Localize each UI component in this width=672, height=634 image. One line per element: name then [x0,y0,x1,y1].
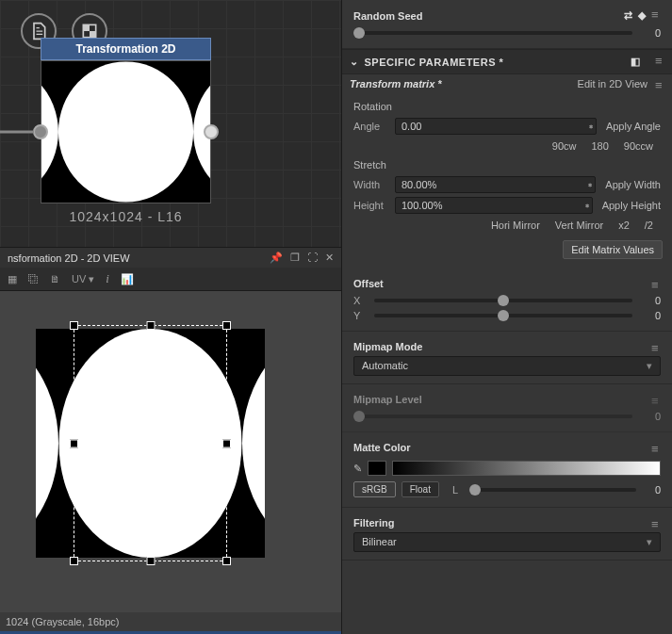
mipmap-level-value: 0 [642,411,661,422]
rotate-90ccw-button[interactable]: 90ccw [622,140,655,152]
apply-height-button[interactable]: Apply Height [600,200,663,211]
random-seed-slider[interactable] [353,31,632,35]
height-input[interactable]: 100.00% [395,197,593,214]
tool-checker-icon[interactable]: ▦ [8,273,17,285]
handle-tl[interactable] [70,321,78,330]
menu-icon[interactable] [651,396,661,403]
color-gradient[interactable] [392,461,661,476]
vert-mirror-button[interactable]: Vert Mirror [553,219,605,231]
view-toolbar: ▦ ⿻ 🗎 UV ▾ i 📊 [0,268,341,291]
mipmap-level-slider [353,415,632,418]
apply-angle-button[interactable]: Apply Angle [604,121,663,132]
offset-x-value: 0 [642,295,661,306]
edit-matrix-button[interactable]: Edit Matrix Values [563,240,663,259]
l-slider[interactable] [469,488,636,492]
node-info: 1024x1024 - L16 [41,203,211,230]
rotate-180-button[interactable]: 180 [589,140,610,152]
handle-tc[interactable] [146,321,155,330]
offset-x-slider[interactable] [374,299,632,302]
specific-params-header[interactable]: ⌄ SPECIFIC PARAMETERS * ◧ [342,49,672,74]
mipmap-mode-label: Mipmap Mode [353,341,422,352]
menu-icon[interactable] [651,343,661,350]
tool-copy-icon[interactable]: ⿻ [28,273,39,284]
filtering-label: Filtering [353,517,394,528]
hori-mirror-button[interactable]: Hori Mirror [489,219,542,231]
width-input[interactable]: 80.00% [395,176,596,193]
close-icon[interactable]: ✕ [325,252,334,264]
srgb-toggle[interactable]: sRGB [353,481,396,497]
matte-color-label: Matte Color [353,442,411,453]
offset-y-value: 0 [642,310,661,321]
l-label: L [452,484,464,496]
menu-icon[interactable] [655,56,664,63]
mipmap-mode-select[interactable]: Automatic [353,356,661,376]
eyedropper-icon[interactable]: ✎ [353,463,362,475]
properties-panel: Random Seed ⇄ ◆ 0 ⌄ SPECIFIC PARAMETERS … [341,0,672,634]
offset-y-label: Y [353,310,365,321]
maximize-icon[interactable]: ⛶ [307,252,318,264]
chevron-down-icon: ⌄ [350,56,359,68]
transform-matrix-label: Transform matrix * [350,78,442,89]
svg-rect-2 [90,31,96,38]
restore-icon[interactable]: ❐ [290,252,300,264]
rotation-label: Rotation [353,97,663,116]
l-value: 0 [642,484,661,496]
handle-center[interactable] [146,439,156,448]
view-header: nsformation 2D - 2D VIEW 📌 ❐ ⛶ ✕ [0,248,341,268]
random-seed-value: 0 [642,27,661,39]
uv-label[interactable]: UV ▾ [72,273,94,285]
tool-doc-icon[interactable]: 🗎 [50,273,60,284]
mipmap-level-label: Mipmap Level [353,394,422,405]
stretch-label: Stretch [353,155,663,174]
node-input-connector[interactable] [33,124,48,139]
node-output-connector[interactable] [204,124,219,139]
random-seed-label: Random Seed [353,10,422,22]
filtering-select[interactable]: Bilinear [353,532,661,552]
rotate-90cw-button[interactable]: 90cw [550,140,579,152]
color-swatch[interactable] [368,461,386,476]
transform-gizmo[interactable] [74,325,227,561]
handle-mr[interactable] [222,439,231,447]
node-title: Transformation 2D [41,38,211,60]
node-icon[interactable]: ◆ [638,9,646,21]
handle-br[interactable] [222,557,231,565]
x2-button[interactable]: x2 [616,219,631,231]
menu-icon[interactable] [651,280,661,287]
expose-icon[interactable]: ◧ [631,56,641,68]
angle-input[interactable]: 0.00 [395,118,597,135]
graph-area[interactable]: Transformation 2D 1024x1024 - L16 [0,0,341,247]
handle-bl[interactable] [70,557,78,565]
graph-node[interactable]: Transformation 2D 1024x1024 - L16 [41,38,211,230]
offset-y-slider[interactable] [374,314,632,317]
view-canvas[interactable] [0,291,341,612]
handle-bc[interactable] [146,557,155,565]
div2-button[interactable]: /2 [643,219,655,231]
handle-ml[interactable] [70,439,78,447]
view-status: 1024 (Grayscale, 16bpc) [0,612,341,631]
offset-label: Offset [353,278,384,289]
menu-icon[interactable] [651,9,661,17]
view-title: nsformation 2D - 2D VIEW [8,252,130,264]
pin-icon[interactable]: 📌 [270,252,283,264]
edit-2d-view-link[interactable]: Edit in 2D View [578,78,647,89]
node-wire [0,131,34,134]
svg-rect-1 [83,24,90,31]
menu-icon[interactable] [651,444,661,451]
shuffle-icon[interactable]: ⇄ [624,9,632,21]
node-preview [41,60,211,203]
apply-width-button[interactable]: Apply Width [603,179,663,190]
info-icon[interactable]: i [106,271,109,286]
width-label: Width [353,179,387,190]
angle-label: Angle [353,121,387,132]
histogram-icon[interactable]: 📊 [121,273,134,285]
menu-icon[interactable] [651,519,661,527]
height-label: Height [353,200,387,211]
offset-x-label: X [353,295,365,306]
float-toggle[interactable]: Float [402,481,439,497]
svg-point-4 [58,61,193,202]
menu-icon[interactable] [655,80,664,88]
handle-tr[interactable] [222,321,231,330]
